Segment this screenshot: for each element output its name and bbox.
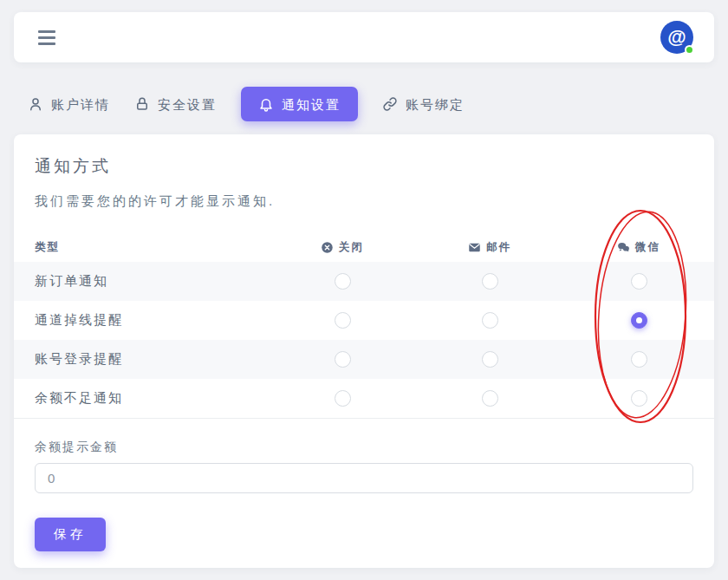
lock-icon — [134, 96, 150, 112]
table-row: 账号登录提醒 — [14, 340, 714, 379]
row-label: 通道掉线提醒 — [14, 312, 269, 329]
card-subtitle: 我们需要您的的许可才能显示通知. — [35, 193, 693, 210]
app-logo-avatar[interactable]: @ — [660, 21, 693, 54]
notification-settings-card: 通知方式 我们需要您的的许可才能显示通知. 类型 关闭 邮件 微信 新订单通知 — [14, 134, 714, 568]
column-header-email: 邮件 — [416, 240, 563, 255]
radio-button[interactable] — [482, 312, 498, 329]
menu-toggle-button[interactable] — [35, 27, 59, 49]
column-header-wechat: 微信 — [563, 240, 714, 255]
tab-notification-settings[interactable]: 通知设置 — [241, 87, 358, 121]
radio-button[interactable] — [482, 351, 498, 368]
tab-account-binding[interactable]: 账号绑定 — [382, 87, 465, 121]
row-label: 余额不足通知 — [14, 390, 269, 407]
radio-button[interactable] — [335, 312, 351, 329]
column-header-off: 关闭 — [269, 240, 416, 255]
online-status-dot — [685, 45, 694, 55]
bell-icon — [258, 96, 274, 112]
radio-button[interactable] — [631, 312, 647, 329]
tab-label: 账户详情 — [51, 98, 110, 111]
table-row: 新订单通知 — [14, 262, 714, 301]
wechat-icon — [617, 241, 630, 254]
radio-button[interactable] — [631, 273, 647, 290]
radio-button[interactable] — [482, 390, 498, 407]
row-label: 账号登录提醒 — [14, 351, 269, 368]
mail-icon — [468, 241, 481, 254]
notification-table: 类型 关闭 邮件 微信 新订单通知 通道掉线提醒 — [14, 232, 714, 418]
divider — [14, 418, 714, 419]
at-logo-icon: @ — [667, 26, 686, 49]
radio-button[interactable] — [631, 351, 647, 368]
table-row: 通道掉线提醒 — [14, 301, 714, 340]
radio-button[interactable] — [631, 390, 647, 407]
save-button[interactable]: 保存 — [35, 518, 106, 551]
user-icon — [28, 96, 43, 112]
close-circle-icon — [321, 241, 334, 254]
radio-button[interactable] — [335, 351, 351, 368]
hamburger-icon — [38, 30, 55, 33]
row-label: 新订单通知 — [14, 273, 269, 290]
top-navbar: @ — [14, 12, 714, 62]
card-title: 通知方式 — [35, 155, 693, 178]
tab-account-details[interactable]: 账户详情 — [28, 87, 110, 121]
amount-label: 余额提示金额 — [35, 440, 693, 455]
radio-button[interactable] — [482, 273, 498, 290]
tab-label: 安全设置 — [158, 98, 217, 111]
table-row: 余额不足通知 — [14, 379, 714, 418]
tab-label: 通知设置 — [282, 98, 341, 111]
amount-input[interactable] — [35, 463, 693, 493]
table-header-row: 类型 关闭 邮件 微信 — [14, 232, 714, 262]
link-icon — [382, 96, 398, 112]
tab-security-settings[interactable]: 安全设置 — [134, 87, 217, 121]
tab-label: 账号绑定 — [406, 98, 465, 111]
settings-tabs: 账户详情 安全设置 通知设置 账号绑定 — [14, 87, 714, 121]
radio-button[interactable] — [335, 390, 351, 407]
radio-button[interactable] — [335, 273, 351, 290]
column-header-type: 类型 — [14, 240, 269, 255]
